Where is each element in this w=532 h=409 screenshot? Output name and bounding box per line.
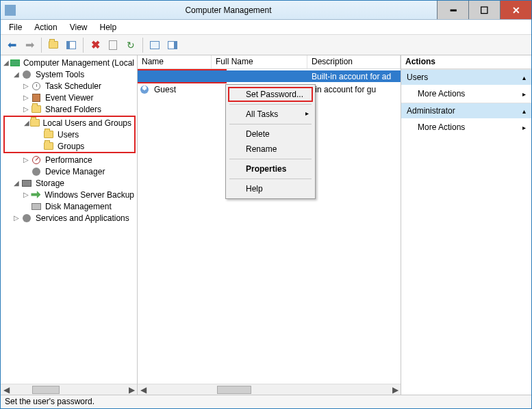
services-icon — [23, 214, 31, 222]
ctx-separator — [229, 124, 312, 124]
folder-icon — [44, 131, 53, 138]
refresh-button[interactable]: ↻ — [123, 37, 139, 53]
disk-icon — [31, 203, 41, 210]
back-button[interactable]: ⬅ — [3, 37, 20, 53]
tree-event-viewer[interactable]: ▷ Event Viewer — [2, 92, 137, 103]
up-button[interactable] — [45, 37, 62, 53]
folder-icon — [30, 119, 40, 127]
storage-icon — [22, 180, 31, 187]
list-hscroll[interactable]: ◀▶ — [138, 384, 401, 395]
clock-icon — [32, 82, 40, 90]
menu-file[interactable]: File — [3, 21, 27, 34]
toolbar-separator — [142, 38, 143, 53]
user-icon — [140, 85, 149, 94]
forward-button[interactable]: ➡ — [21, 37, 38, 53]
main-area: ◢ Computer Management (Local ◢ System To… — [1, 55, 531, 395]
tree-users[interactable]: Users — [5, 129, 134, 140]
close-button[interactable]: ✕ — [500, 1, 531, 19]
tree-hscroll[interactable]: ◀▶ — [1, 384, 137, 395]
tree[interactable]: ◢ Computer Management (Local ◢ System To… — [1, 55, 137, 384]
tree-groups[interactable]: Groups — [5, 140, 134, 152]
tree-root[interactable]: ◢ Computer Management (Local — [2, 57, 137, 68]
status-bar: Set the user's password. — [1, 395, 531, 408]
col-description[interactable]: Description — [307, 55, 401, 68]
tree-shared-folders[interactable]: ▷ Shared Folders — [2, 103, 137, 115]
tree-device-manager[interactable]: Device Manager — [2, 166, 137, 177]
ctx-separator — [229, 159, 312, 159]
titlebar: Computer Management ━ ☐ ✕ — [1, 1, 531, 20]
properties-button[interactable] — [105, 37, 121, 53]
show-hide-tree-button[interactable] — [63, 37, 79, 53]
menu-view[interactable]: View — [64, 21, 93, 34]
col-name[interactable]: Name — [138, 55, 212, 68]
folder-icon — [31, 105, 41, 113]
ctx-separator — [229, 179, 312, 179]
folder-icon — [44, 142, 53, 150]
menubar: File Action View Help — [1, 20, 531, 35]
ctx-rename[interactable]: Rename — [228, 142, 313, 157]
user-list[interactable]: Administrator Built-in account for ad Gu… — [138, 69, 401, 384]
tree-storage[interactable]: ◢ Storage — [2, 177, 137, 189]
app-icon — [5, 5, 16, 16]
actions-header: Actions — [401, 55, 531, 69]
minimize-button[interactable]: ━ — [437, 1, 468, 19]
ctx-set-password[interactable]: Set Password... — [228, 87, 313, 102]
ctx-delete[interactable]: Delete — [228, 127, 313, 142]
backup-icon — [31, 190, 40, 200]
actions-more-admin[interactable]: More Actions — [401, 118, 531, 136]
delete-button[interactable]: ✖ — [87, 37, 103, 53]
computer-icon — [10, 60, 20, 66]
context-menu: Set Password... All Tasks Delete Rename … — [225, 84, 316, 199]
column-headers[interactable]: Name Full Name Description — [138, 55, 401, 69]
toolbar: ⬅ ➡ ✖ ↻ — [1, 35, 531, 55]
menu-action[interactable]: Action — [29, 21, 62, 34]
ctx-separator — [229, 104, 312, 105]
actions-more-users[interactable]: More Actions — [401, 85, 531, 103]
tree-panel: ◢ Computer Management (Local ◢ System To… — [1, 55, 138, 395]
maximize-button[interactable]: ☐ — [468, 1, 500, 19]
tree-task-scheduler[interactable]: ▷ Task Scheduler — [2, 80, 137, 92]
actions-section-admin[interactable]: Administrator▴ — [401, 103, 531, 118]
ctx-properties[interactable]: Properties — [228, 161, 313, 176]
tree-disk-management[interactable]: Disk Management — [2, 200, 137, 212]
tree-server-backup[interactable]: ▷ Windows Server Backup — [2, 189, 137, 200]
toolbar-separator — [83, 38, 84, 53]
tree-system-tools[interactable]: ◢ System Tools — [2, 68, 137, 80]
action-pane-button[interactable] — [164, 37, 181, 53]
actions-section-users[interactable]: Users▴ — [401, 69, 531, 85]
help-button[interactable] — [147, 37, 163, 53]
ctx-all-tasks[interactable]: All Tasks — [228, 107, 313, 122]
tree-root-label: Computer Management (Local — [22, 58, 136, 68]
collapse-icon: ▴ — [522, 107, 526, 115]
list-row-administrator-bg: Built-in account for ad — [138, 70, 401, 82]
list-panel: Name Full Name Description Administrator… — [138, 55, 401, 395]
tree-local-users-groups[interactable]: ◢ Local Users and Groups — [5, 117, 134, 129]
book-icon — [32, 94, 40, 102]
tree-services-apps[interactable]: ▷ Services and Applications — [2, 212, 137, 224]
toolbar-separator — [41, 38, 42, 53]
window-title: Computer Management — [20, 5, 437, 15]
actions-panel: Actions Users▴ More Actions Administrato… — [401, 55, 531, 395]
menu-help[interactable]: Help — [94, 21, 123, 34]
device-icon — [32, 168, 40, 176]
gauge-icon — [32, 156, 40, 164]
tree-performance[interactable]: ▷ Performance — [2, 154, 137, 166]
col-fullname[interactable]: Full Name — [212, 55, 307, 68]
collapse-icon: ▴ — [522, 74, 526, 81]
status-text: Set the user's password. — [5, 397, 94, 406]
tools-icon — [23, 70, 31, 79]
ctx-help[interactable]: Help — [228, 181, 313, 196]
window-buttons: ━ ☐ ✕ — [437, 1, 531, 19]
